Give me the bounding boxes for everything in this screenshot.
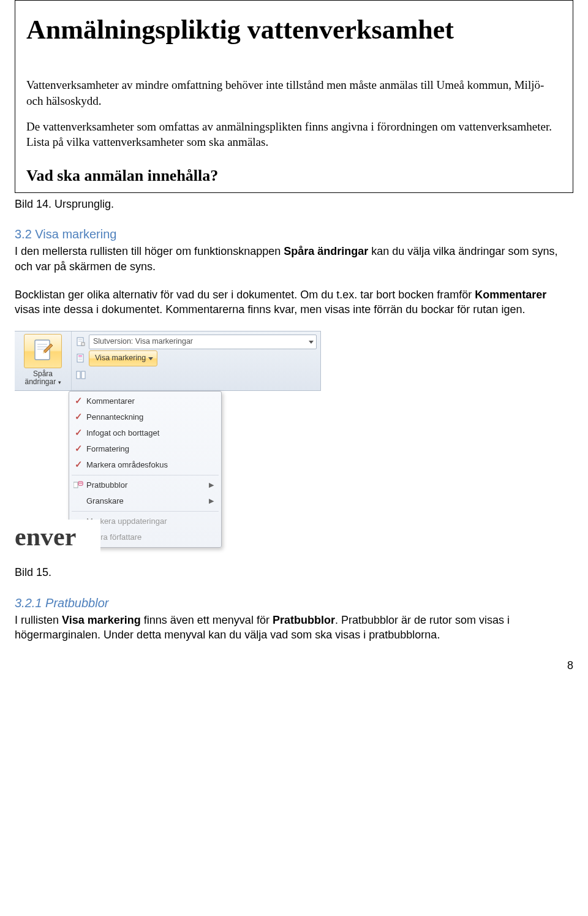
section-subheading: 3.2.1 Pratbubblor [15, 595, 573, 611]
checkmark-icon: ✓ [70, 442, 86, 455]
dropdown-label: Granskare [86, 496, 209, 507]
text-run: I rullisten [15, 614, 62, 626]
button-label: Visa markering [95, 353, 146, 363]
text-bold: Spåra ändringar [284, 245, 368, 257]
text-bold: Pratbubblor [273, 614, 335, 626]
show-markup-button[interactable]: Visa markering [89, 350, 157, 366]
figure-caption: Bild 15. [15, 565, 573, 580]
page-icon [75, 336, 86, 347]
ribbon-panel: Spåra ändringar ▾ Slutversion: Visa mark… [15, 331, 321, 391]
svg-marker-10 [309, 341, 314, 344]
dropdown-item-area-highlight[interactable]: ✓ Markera områdesfokus [70, 457, 220, 473]
dropdown-item-insertions[interactable]: ✓ Infogat och borttaget [70, 425, 220, 441]
svg-rect-9 [81, 343, 85, 346]
doc-subheading: Vad ska anmälan innehålla? [26, 165, 562, 186]
text-run: I den mellersta rullisten till höger om … [15, 245, 284, 257]
doc-paragraph: De vattenverksamheter som omfattas av an… [26, 119, 562, 150]
svg-rect-20 [79, 483, 82, 483]
chevron-down-icon [309, 339, 314, 344]
svg-rect-16 [77, 371, 80, 379]
body-paragraph: I rullisten Visa markering finns även et… [15, 613, 573, 643]
dropdown-label: Pennanteckning [86, 412, 216, 423]
text-run: Bocklistan ger olika alternativ för vad … [15, 289, 475, 301]
svg-marker-15 [148, 357, 153, 360]
checkmark-icon: ✓ [70, 426, 86, 439]
svg-rect-17 [81, 371, 85, 379]
reviewing-pane-icon [75, 369, 86, 380]
text-run: visas inte dessa i dokumentet. Kommentar… [15, 303, 525, 316]
figure-caption: Bild 14. Ursprunglig. [15, 197, 573, 211]
ribbon-group-display: Slutversion: Visa markeringar Visa marke… [72, 331, 320, 390]
dropdown-label: Infogat och borttaget [86, 428, 216, 439]
balloon-icon [70, 481, 86, 490]
dropdown-label: Formatering [86, 444, 216, 455]
truncated-heading-text: enver [15, 520, 100, 562]
dropdown-item-formatting[interactable]: ✓ Formatering [70, 441, 220, 457]
track-changes-button[interactable] [24, 334, 62, 368]
combo-text: Slutversion: Visa markeringar [93, 336, 193, 347]
checkmark-icon: ✓ [70, 395, 86, 407]
doc-paragraph: Vattenverksamheter av mindre omfattning … [26, 77, 562, 108]
dropdown-label: Markera områdesfokus [86, 460, 216, 471]
dropdown-item-balloons[interactable]: Pratbubblor ▶ [70, 477, 220, 493]
text-run: finns även ett menyval för [141, 614, 273, 626]
section-heading: 3.2 Visa markering [15, 226, 573, 243]
submenu-arrow-icon: ▶ [209, 480, 216, 490]
dropdown-item-ink[interactable]: ✓ Pennanteckning [70, 409, 220, 425]
page-number: 8 [15, 658, 573, 673]
document-pencil-icon [32, 339, 53, 363]
page-icon [75, 353, 86, 364]
dropdown-label: Markera uppdateringar [86, 516, 216, 527]
submenu-arrow-icon: ▶ [209, 496, 216, 505]
track-changes-label: Spåra ändringar ▾ [24, 370, 61, 386]
display-mode-combo[interactable]: Slutversion: Visa markeringar [89, 335, 317, 349]
dropdown-label: Kommentarer [86, 396, 216, 407]
dropdown-item-comments[interactable]: ✓ Kommentarer [70, 393, 220, 409]
text-bold: Kommentarer [475, 289, 546, 301]
svg-rect-18 [74, 482, 78, 488]
dropdown-item-reviewers[interactable]: Granskare ▶ [70, 493, 220, 509]
ribbon-group-tracking: Spåra ändringar ▾ [15, 331, 72, 390]
checkmark-icon: ✓ [70, 458, 86, 471]
figure-ribbon-menu: Spåra ändringar ▾ Slutversion: Visa mark… [15, 331, 321, 562]
separator [72, 475, 219, 475]
chevron-down-icon [148, 356, 153, 361]
dropdown-label: Pratbubblor [86, 480, 209, 491]
body-paragraph: Bocklistan ger olika alternativ för vad … [15, 287, 573, 317]
checkmark-icon: ✓ [70, 411, 86, 423]
separator [72, 511, 219, 512]
figure-document-preview: Anmälningspliktig vattenverksamhet Vatte… [15, 0, 573, 193]
text-bold: Visa markering [62, 614, 141, 626]
dropdown-label: Andra författare [86, 532, 216, 543]
body-paragraph: I den mellersta rullisten till höger om … [15, 244, 573, 274]
doc-title: Anmälningspliktig vattenverksamhet [26, 12, 562, 48]
